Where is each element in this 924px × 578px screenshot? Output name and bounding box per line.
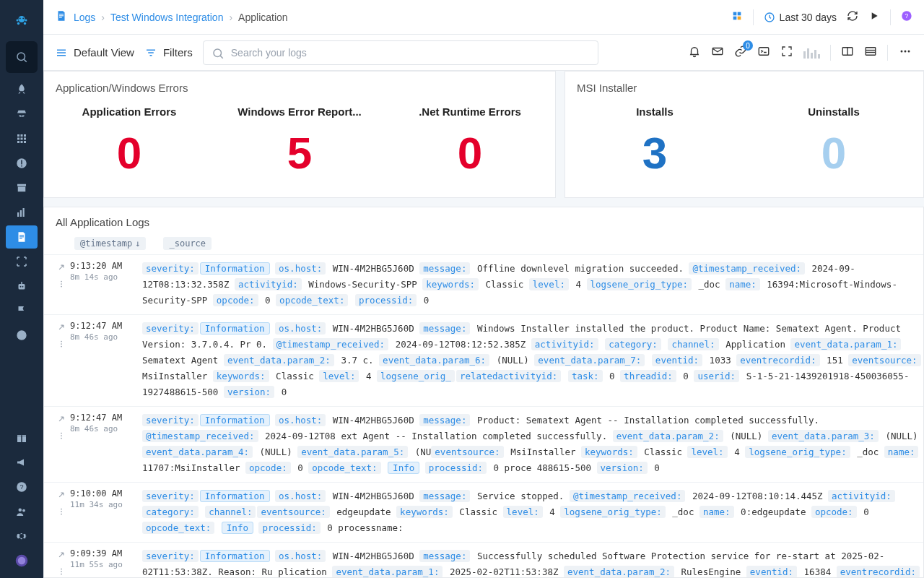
field-key[interactable]: severity: [142,414,199,426]
list-icon[interactable] [864,45,877,60]
field-key[interactable]: name: [699,506,734,518]
nav-logs-icon[interactable] [6,225,38,249]
field-key[interactable]: event_data.param_5: [297,446,408,458]
field-key[interactable]: category: [142,506,199,518]
field-key[interactable]: channel: [668,338,718,350]
stat-card[interactable]: .Net Runtime Errors0 [385,100,555,197]
field-key[interactable]: name: [884,446,919,458]
field-key[interactable]: severity: [142,550,199,562]
nav-gear-icon[interactable] [6,525,38,548]
field-key[interactable]: event_data.param_1: [332,566,443,577]
log-row[interactable]: 9:09:39 AM11m 55s agoseverity:Informatio… [44,543,923,577]
expand-icon[interactable] [56,322,66,335]
expand-icon[interactable] [56,490,66,502]
nav-gift-icon[interactable] [6,426,38,449]
field-key[interactable]: logsene_orig_ [377,370,455,382]
field-pill[interactable]: Information [200,414,270,426]
field-key[interactable]: message: [419,262,470,275]
nav-apps-icon[interactable] [6,127,38,150]
expand-icon[interactable] [56,414,66,426]
field-key[interactable]: processid: [425,462,487,474]
field-key[interactable]: eventid: [746,566,797,577]
link-icon[interactable]: 0 [734,45,747,60]
field-key[interactable]: logsene_orig_type: [587,278,692,290]
field-key[interactable]: keywords: [422,278,479,290]
search-input[interactable] [203,40,598,65]
field-key[interactable]: keywords: [581,446,637,458]
field-key[interactable]: task: [568,370,603,382]
timeline-icon[interactable] [803,47,820,59]
field-pill[interactable]: Information [200,262,270,275]
field-key[interactable]: level: [529,278,569,290]
field-key[interactable]: level: [503,506,543,518]
field-key[interactable]: level: [319,370,359,382]
field-key[interactable]: severity: [142,322,199,335]
field-key[interactable]: message: [419,490,470,502]
expand-icon[interactable] [56,262,66,275]
nav-announce-icon[interactable] [6,451,38,474]
field-key[interactable]: version: [224,386,274,398]
field-pill[interactable]: Information [200,550,270,562]
field-key[interactable]: message: [419,322,470,335]
field-key[interactable]: opcode: [213,294,258,306]
split-panel-icon[interactable] [841,45,854,60]
field-key[interactable]: opcode_text: [308,462,380,474]
expand-icon[interactable] [56,550,66,562]
field-pill[interactable]: Information [200,322,270,335]
nav-flag-icon[interactable] [6,299,38,322]
bell-icon[interactable] [688,45,701,60]
field-key[interactable]: activityid: [828,490,895,502]
row-menu-icon[interactable] [56,279,66,291]
field-key[interactable]: @timestamp_received: [142,430,258,442]
nav-globe-icon[interactable] [6,324,38,347]
field-key[interactable]: @timestamp_received: [273,338,389,350]
nav-help-icon[interactable]: ? [6,475,38,499]
breadcrumb-root[interactable]: Logs [74,12,95,23]
more-icon[interactable] [898,44,912,61]
log-row[interactable]: 9:13:20 AM8m 14s agoseverity:Information… [44,255,923,315]
field-key[interactable]: userid: [694,370,739,382]
field-key[interactable]: eventrecordid: [837,566,920,577]
field-key[interactable]: @timestamp_received: [689,262,805,275]
field-key[interactable]: logsene_orig_type: [560,506,665,518]
field-key[interactable]: event_data.param_3: [768,430,879,442]
field-key[interactable]: message: [419,550,470,562]
field-key[interactable]: event_data.param_2: [613,430,723,442]
field-key[interactable]: eventsource: [257,506,329,518]
row-menu-icon[interactable] [56,431,66,443]
stat-card[interactable]: Uninstalls0 [744,100,923,197]
field-key[interactable]: channel: [205,506,256,518]
field-key[interactable]: event_data.param_6: [379,354,489,366]
nav-spy-icon[interactable] [6,103,38,126]
field-key[interactable]: eventsource: [431,446,503,458]
stat-card[interactable]: Windows Error Report...5 [214,100,385,197]
view-dropdown[interactable]: Default View [55,46,134,59]
field-key[interactable]: keywords: [213,370,269,382]
log-row[interactable]: 9:12:47 AM8m 46s agoseverity:Information… [44,407,923,483]
field-key[interactable]: eventid: [652,354,702,366]
log-row[interactable]: 9:12:47 AM8m 46s agoseverity:Information… [44,315,923,407]
play-icon[interactable] [868,10,880,24]
field-key[interactable]: keywords: [396,506,453,518]
field-key[interactable]: processid: [355,294,417,306]
field-pill[interactable]: Info [388,462,419,474]
nav-team-icon[interactable] [6,500,38,523]
mail-icon[interactable] [711,45,724,60]
refresh-icon[interactable] [847,10,858,24]
field-key[interactable]: eventsource: [848,354,920,366]
nav-archive-icon[interactable] [6,176,38,199]
field-key[interactable]: event_data.param_1: [790,338,901,350]
field-key[interactable]: opcode_text: [142,522,214,534]
field-pill[interactable]: Info [222,522,253,534]
field-key[interactable]: os.host: [275,262,326,275]
field-key[interactable]: severity: [142,262,199,275]
field-key[interactable]: event_data.param_7: [534,354,645,366]
field-key[interactable]: category: [605,338,661,350]
time-range-picker[interactable]: Last 30 days [764,12,837,23]
row-menu-icon[interactable] [56,566,66,577]
field-key[interactable]: message: [419,414,470,426]
field-key[interactable]: threadid: [620,370,676,382]
field-key[interactable]: os.host: [275,550,326,562]
avatar[interactable] [6,549,38,572]
field-key[interactable]: level: [687,446,727,458]
